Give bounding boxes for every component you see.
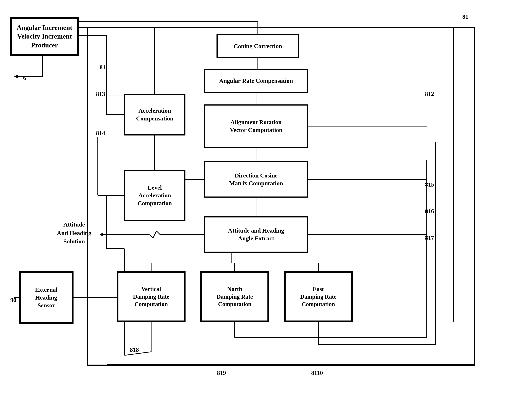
east-damping-label: EastDamping RateComputation — [300, 285, 336, 308]
label-818: 818 — [130, 346, 139, 353]
north-damping-label: NorthDamping RateComputation — [216, 285, 253, 308]
angular-rate-compensation-label: Angular Rate Compensation — [219, 77, 293, 85]
coning-correction-box: Coning Correction — [217, 35, 299, 58]
label-813: 813 — [96, 91, 105, 97]
arrows-svg — [0, 0, 518, 420]
label-816: 816 — [425, 208, 434, 215]
svg-marker-76 — [14, 75, 18, 78]
svg-line-36 — [149, 234, 153, 238]
level-acceleration-box: LevelAccelerationComputation — [124, 171, 185, 220]
acceleration-compensation-label: AccelerationCompensation — [136, 107, 173, 122]
svg-marker-38 — [100, 233, 103, 236]
alignment-rotation-label: Alignment RotationVector Computation — [230, 118, 282, 134]
level-acceleration-label: LevelAccelerationComputation — [138, 184, 172, 207]
direction-cosine-label: Direction CosineMatrix Computation — [229, 172, 283, 187]
vertical-damping-label: VerticalDamping RateComputation — [133, 285, 169, 308]
label-81: 81 — [462, 13, 468, 20]
acceleration-compensation-box: AccelerationCompensation — [124, 94, 185, 135]
angular-increment-box: Angular Increment Velocity Increment Pro… — [11, 18, 78, 55]
vertical-damping-box: VerticalDamping RateComputation — [117, 272, 185, 322]
angular-increment-label: Angular Increment Velocity Increment Pro… — [12, 23, 77, 50]
label-817: 817 — [425, 234, 434, 241]
label-814: 814 — [96, 130, 105, 136]
coning-correction-label: Coning Correction — [234, 42, 282, 50]
label-819: 819 — [217, 369, 226, 376]
attitude-heading-box: Attitude and HeadingAngle Extract — [204, 217, 308, 252]
direction-cosine-box: Direction CosineMatrix Computation — [204, 162, 308, 197]
label-812: 812 — [425, 91, 434, 97]
svg-line-35 — [153, 231, 156, 238]
svg-line-34 — [156, 231, 160, 234]
label-811: 811 — [100, 64, 108, 71]
angular-rate-compensation-box: Angular Rate Compensation — [204, 69, 308, 92]
east-damping-box: EastDamping RateComputation — [285, 272, 352, 322]
external-heading-box: ExternalHeadingSensor — [20, 272, 73, 323]
label-90: 90 — [10, 297, 16, 303]
label-6: 6 — [23, 75, 26, 81]
attitude-heading-solution-label: AttitudeAnd HeadingSolution — [57, 220, 91, 246]
attitude-heading-label: Attitude and HeadingAngle Extract — [228, 227, 284, 242]
diagram: Angular Increment Velocity Increment Pro… — [0, 0, 518, 420]
north-damping-box: NorthDamping RateComputation — [201, 272, 269, 322]
external-heading-label: ExternalHeadingSensor — [35, 286, 58, 309]
alignment-rotation-box: Alignment RotationVector Computation — [204, 105, 308, 148]
label-8110: 8110 — [311, 369, 323, 376]
label-815: 815 — [425, 181, 434, 188]
